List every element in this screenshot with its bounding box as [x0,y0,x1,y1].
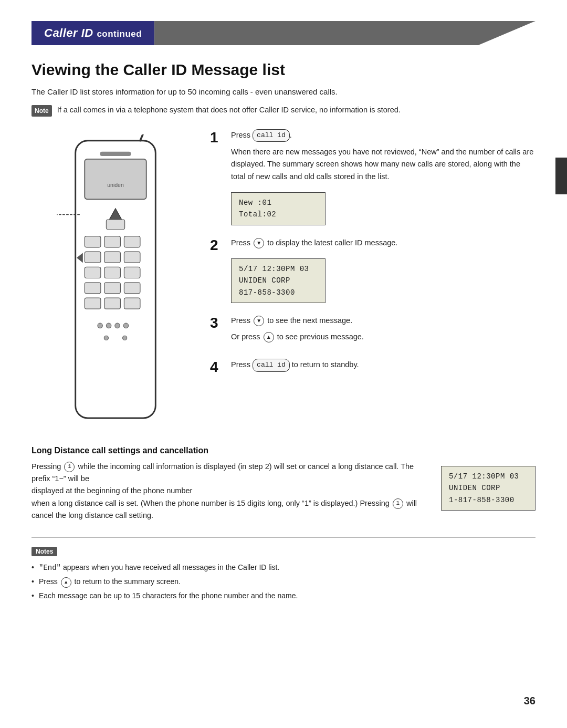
phone-illustration: uniden [45,134,186,430]
ld-screen-box: 5/17 12:30PM 03 UNIDEN CORP 1-817-858-33… [441,466,536,511]
steps-area: 1 Press call id. When there are new mess… [200,129,536,430]
svg-rect-6 [106,219,124,229]
step-3-press: Press [231,316,250,325]
note-label: Note [32,105,52,117]
step-2-screen-line-3: 817-858-3300 [239,287,318,298]
step-3-key2-icon: ▲ [264,332,274,342]
step-4-content: Press call id to return to standby. [231,359,536,376]
header-tail [154,21,536,45]
notes-label: Notes [32,547,57,556]
svg-marker-7 [77,253,83,263]
svg-point-24 [106,323,111,328]
step-4-key: call id [253,359,290,372]
step-3-text: to see the next message. [267,316,352,325]
page: Caller ID continued Viewing the Caller I… [0,0,567,728]
page-number: 36 [524,695,536,707]
note-item-2: Press ▲ to return to the summary screen. [32,576,536,587]
step-2: 2 Press ▼ to display the latest caller I… [210,237,536,303]
step-4-text: to return to standby. [292,361,359,369]
ld-screen-line-1: 5/17 12:30PM 03 [449,471,528,482]
screen-line-1: New :01 [239,197,318,209]
step-2-key-icon: ▼ [254,238,264,248]
step-2-press: Press [231,238,250,247]
svg-rect-21 [104,298,121,309]
ld-text4: when a long distance call is set. (When … [32,499,390,507]
svg-rect-19 [124,282,140,293]
description-text: The Caller ID list stores information fo… [32,86,536,98]
header-title: Caller ID continued [32,21,154,45]
svg-rect-20 [85,298,101,309]
ld-text2: while the incoming call information is d… [32,462,414,483]
header-continued-label: continued [97,29,142,39]
long-distance-content: Pressing 1 while the incoming call infor… [32,461,536,522]
svg-rect-3 [100,151,131,155]
svg-rect-9 [104,236,121,247]
step-2-screen: 5/17 12:30PM 03 UNIDEN CORP 817-858-3300 [231,258,326,303]
svg-rect-18 [104,282,121,293]
svg-point-28 [122,336,127,340]
long-distance-text: Pressing 1 while the incoming call infor… [32,461,425,522]
note-text: If a call comes in via a telephone syste… [57,105,401,116]
step-2-number: 2 [210,238,225,253]
main-content: uniden [32,129,536,430]
svg-rect-14 [85,267,101,278]
step-3-text3: to see previous message. [277,332,364,341]
ld-text3: displayed at the beginning of the phone … [32,485,425,497]
svg-rect-17 [85,282,101,293]
step-2-text: to display the latest caller ID message. [267,238,397,247]
svg-rect-11 [85,252,101,263]
step-2-screen-line-2: UNIDEN CORP [239,275,318,286]
step-3: 3 Press ▼ to see the next message. Or pr… [210,315,536,347]
page-title: Viewing the Caller ID Message list [32,61,536,79]
svg-point-25 [115,323,120,328]
phone-container: uniden [32,129,200,430]
long-distance-screen: 5/17 12:30PM 03 UNIDEN CORP 1-817-858-33… [441,461,536,511]
svg-rect-22 [124,298,140,309]
step-3-content: Press ▼ to see the next message. Or pres… [231,315,536,347]
svg-rect-12 [104,252,121,263]
step-2-content: Press ▼ to display the latest caller ID … [231,237,536,303]
ld-screen-line-3: 1-817-858-3300 [449,494,528,506]
screen-line-2: Total:02 [239,209,318,220]
step-4: 4 Press call id to return to standby. [210,359,536,376]
svg-rect-15 [104,267,121,278]
step-1-text: When there are new messages you have not… [231,146,536,183]
svg-marker-5 [109,208,121,219]
long-distance-section: Long Distance call settings and cancella… [32,446,536,522]
ld-screen-line-2: UNIDEN CORP [449,482,528,494]
svg-point-23 [98,323,102,328]
step-4-press: Press [231,361,250,369]
step-1-key: call id [253,129,290,142]
svg-point-27 [104,336,108,340]
notes-section: Notes "End" appears when you have receiv… [32,537,536,601]
svg-line-1 [140,134,148,141]
step-3-number: 3 [210,316,225,330]
note-box: Note If a call comes in via a telephone … [32,105,536,117]
step-1: 1 Press call id. When there are new mess… [210,129,536,225]
note-up-icon: ▲ [61,577,71,588]
step-1-screen: New :01 Total:02 [231,192,326,225]
notes-list: "End" appears when you have received all… [32,561,536,601]
note-item-3: Each message can be up to 15 characters … [32,590,536,601]
note-item-1: "End" appears when you have received all… [32,561,536,574]
header-banner: Caller ID continued [32,21,536,45]
side-tab [555,158,567,194]
svg-point-26 [123,323,128,328]
step-1-number: 1 [210,130,225,145]
step-3-key-icon: ▼ [254,316,264,326]
step-2-screen-line-1: 5/17 12:30PM 03 [239,263,318,275]
svg-rect-2 [85,159,146,199]
ld-key2-icon: 1 [393,498,403,509]
ld-text1: Pressing [32,462,61,471]
step-1-press: Press [231,131,250,139]
svg-rect-10 [124,236,140,247]
svg-rect-13 [124,252,140,263]
step-3-text2: Or press [231,332,260,341]
svg-rect-16 [124,267,140,278]
svg-text:uniden: uniden [107,181,124,188]
ld-key-icon: 1 [64,462,75,472]
step-1-content: Press call id. When there are new messag… [231,129,536,225]
svg-rect-8 [85,236,101,247]
long-distance-title: Long Distance call settings and cancella… [32,446,536,455]
step-4-number: 4 [210,360,225,375]
